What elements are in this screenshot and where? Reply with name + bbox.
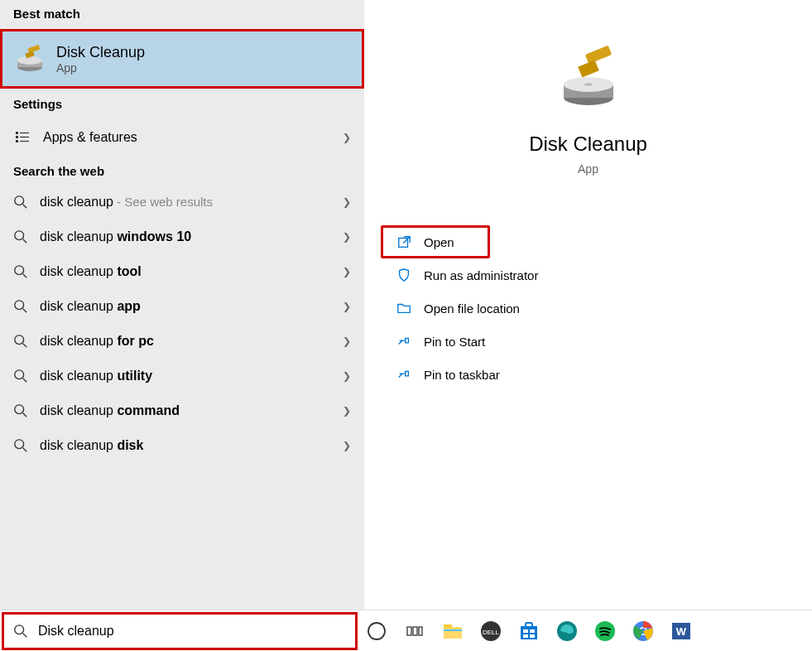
taskbar: DELLW [0, 610, 812, 651]
svg-point-36 [368, 623, 385, 639]
web-result-text: disk cleanup app [40, 299, 141, 314]
taskbar-explorer-icon[interactable] [434, 612, 472, 650]
svg-point-23 [15, 405, 24, 414]
taskbar-search-box[interactable] [2, 612, 358, 650]
svg-point-34 [15, 624, 24, 634]
svg-text:DELL: DELL [483, 629, 500, 636]
search-input[interactable] [38, 624, 346, 639]
search-icon [13, 334, 28, 349]
svg-line-35 [23, 633, 27, 637]
svg-rect-39 [419, 627, 422, 635]
search-icon [13, 403, 28, 418]
settings-item-apps-features[interactable]: Apps & features ❯ [0, 118, 364, 157]
web-header: Search the web [0, 157, 364, 185]
svg-point-17 [15, 301, 24, 310]
shield-icon [396, 267, 412, 283]
svg-line-24 [23, 413, 27, 417]
svg-line-14 [23, 239, 27, 244]
chevron-right-icon: ❯ [343, 370, 351, 382]
chevron-right-icon: ❯ [343, 335, 351, 347]
web-result[interactable]: disk cleanup tool ❯ [0, 254, 364, 289]
chevron-right-icon: ❯ [343, 301, 351, 312]
chevron-right-icon: ❯ [343, 196, 351, 208]
action-open[interactable]: Open [381, 225, 490, 258]
search-icon [13, 264, 28, 279]
search-icon [13, 299, 28, 314]
best-match-sub: App [56, 61, 145, 75]
svg-line-20 [23, 344, 27, 348]
svg-rect-49 [523, 634, 528, 638]
web-result-text: disk cleanup - See web results [40, 195, 213, 210]
action-pin-to-start[interactable]: Pin to Start [381, 325, 795, 358]
svg-rect-40 [444, 627, 462, 639]
web-result[interactable]: disk cleanup disk ❯ [0, 428, 364, 463]
chevron-right-icon: ❯ [343, 440, 351, 451]
preview-sub: App [578, 162, 598, 176]
svg-point-19 [15, 335, 24, 345]
disk-cleanup-large-icon [551, 41, 626, 116]
search-icon [13, 195, 28, 210]
taskbar-chrome-icon[interactable] [624, 612, 662, 650]
web-result[interactable]: disk cleanup windows 10 ❯ [0, 219, 364, 254]
web-result[interactable]: disk cleanup app ❯ [0, 289, 364, 324]
search-icon [13, 229, 28, 244]
taskbar-cortana-icon[interactable] [358, 612, 396, 650]
open-icon [396, 234, 412, 250]
svg-point-13 [15, 231, 24, 240]
svg-rect-31 [584, 46, 611, 64]
web-result-text: disk cleanup tool [40, 264, 142, 279]
web-result[interactable]: disk cleanup for pc ❯ [0, 324, 364, 359]
svg-rect-50 [530, 634, 535, 638]
web-result[interactable]: disk cleanup command ❯ [0, 393, 364, 428]
svg-line-16 [23, 274, 27, 278]
apps-features-icon [13, 129, 31, 146]
action-pin-to-taskbar[interactable]: Pin to taskbar [381, 358, 795, 391]
chevron-right-icon: ❯ [343, 266, 351, 277]
taskbar-word-icon[interactable]: W [662, 612, 700, 650]
svg-rect-3 [27, 45, 40, 53]
svg-rect-46 [526, 623, 532, 627]
svg-line-22 [23, 379, 27, 383]
action-label: Run as administrator [424, 268, 538, 282]
svg-rect-5 [16, 132, 18, 134]
svg-text:W: W [676, 625, 687, 638]
web-result[interactable]: disk cleanup utility ❯ [0, 359, 364, 393]
best-match-item-disk-cleanup[interactable]: Disk Cleanup App [0, 29, 364, 89]
taskbar-spotify-icon[interactable] [586, 612, 624, 650]
taskbar-edge-icon[interactable] [548, 612, 586, 650]
web-result[interactable]: disk cleanup - See web results ❯ [0, 185, 364, 219]
search-results-panel: Best match Disk Cleanup App Settings App… [0, 0, 364, 610]
svg-point-15 [15, 266, 24, 275]
svg-point-21 [15, 370, 24, 379]
pin-icon [396, 366, 412, 383]
svg-line-18 [23, 309, 27, 313]
taskbar-taskview-icon[interactable] [396, 612, 434, 650]
web-result-text: disk cleanup for pc [40, 334, 154, 349]
svg-line-12 [23, 205, 27, 209]
action-label: Pin to Start [424, 335, 485, 349]
web-result-text: disk cleanup windows 10 [40, 229, 191, 244]
svg-rect-41 [444, 624, 452, 628]
svg-rect-37 [407, 627, 411, 635]
best-match-header: Best match [0, 0, 364, 27]
action-run-as-administrator[interactable]: Run as administrator [381, 258, 795, 292]
web-result-text: disk cleanup command [40, 403, 180, 418]
settings-item-label: Apps & features [43, 130, 137, 145]
svg-rect-47 [523, 629, 528, 633]
chevron-right-icon: ❯ [343, 231, 351, 243]
web-result-text: disk cleanup utility [40, 369, 152, 383]
preview-panel: Disk Cleanup App Open Run as administrat… [364, 0, 812, 610]
web-result-text: disk cleanup disk [40, 438, 143, 453]
svg-rect-6 [16, 136, 18, 138]
taskbar-store-icon[interactable] [510, 612, 548, 650]
search-icon [13, 438, 28, 453]
svg-rect-48 [530, 629, 535, 633]
taskbar-dell-icon[interactable]: DELL [472, 612, 510, 650]
svg-rect-42 [444, 629, 462, 631]
action-label: Open file location [424, 301, 520, 316]
pin-icon [396, 333, 412, 350]
svg-rect-7 [16, 140, 18, 142]
svg-line-26 [23, 448, 27, 452]
chevron-right-icon: ❯ [343, 405, 351, 417]
action-open-file-location[interactable]: Open file location [381, 292, 795, 325]
